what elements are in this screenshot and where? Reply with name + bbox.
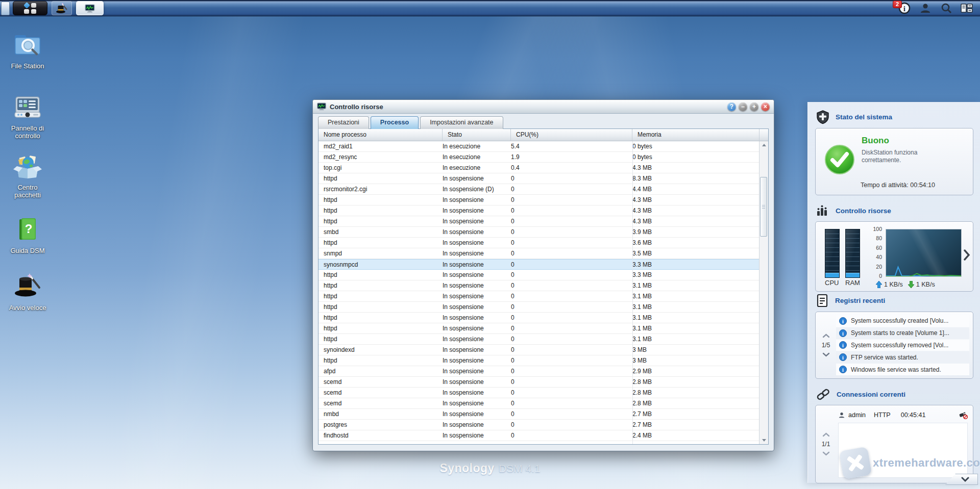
cell-c4: 2.8 MB (632, 388, 760, 398)
table-row[interactable]: postgresIn sospensione02.7 MB (318, 420, 760, 430)
cell-c3: 0 (511, 184, 632, 194)
cell-c3: 0.4 (511, 163, 632, 173)
table-row[interactable]: httpdIn sospensione03.1 MB (318, 334, 760, 345)
desktop-icon-quick-start[interactable]: Avvio veloce (4, 271, 51, 312)
table-row[interactable]: afpdIn sospensione02.9 MB (318, 366, 760, 377)
bar-chart-icon (816, 204, 829, 217)
table-row[interactable]: nmbdIn sospensione02.7 MB (318, 409, 760, 420)
table-row[interactable]: httpdIn sospensione03.1 MB (318, 291, 760, 302)
table-row[interactable]: scemdIn sospensione02.8 MB (318, 398, 760, 409)
column-header-cpu[interactable]: CPU(%) (511, 129, 632, 141)
table-row[interactable]: httpdIn sospensione04.3 MB (318, 216, 760, 227)
widget-resource-monitor: Controllo risorse CPU RAM 100806040200 1… (808, 200, 980, 292)
column-header-name[interactable]: Nome processo (318, 129, 443, 141)
column-header-state[interactable]: Stato (443, 129, 511, 141)
table-row[interactable]: httpdIn sospensione03.1 MB (318, 280, 760, 291)
desktop-icon-control-panel[interactable]: Pannello di controllo (4, 94, 51, 140)
table-row[interactable]: httpdIn sospensione03.6 MB (318, 238, 760, 248)
cell-c1: httpd (318, 334, 443, 344)
close-button[interactable]: × (761, 102, 770, 111)
disconnect-button[interactable] (959, 411, 968, 419)
table-row[interactable]: scemdIn sospensione02.8 MB (318, 377, 760, 388)
vertical-scrollbar[interactable] (759, 141, 768, 444)
scrollbar-thumb[interactable] (760, 177, 767, 237)
taskbar-quick-start-button[interactable] (52, 1, 72, 15)
cell-c3: 0 (511, 238, 632, 248)
cell-c1: httpd (318, 280, 443, 291)
tab-processo[interactable]: Processo (371, 116, 419, 129)
table-row[interactable]: md2_raid1In esecuzione5.40 bytes (318, 141, 760, 152)
table-row[interactable]: httpdIn sospensione04.3 MB (318, 195, 760, 205)
cell-c2: In sospensione (443, 248, 511, 259)
table-row[interactable]: httpdIn sospensione03.3 MB (318, 270, 760, 280)
log-entry[interactable]: iSystem successfully created [Volu... (836, 315, 969, 327)
table-row[interactable]: scemdIn sospensione02.8 MB (318, 388, 760, 398)
pilot-view-button[interactable] (960, 2, 974, 14)
cell-c4: 2.7 MB (632, 409, 760, 419)
desktop-icon-label: Avvio veloce (4, 304, 51, 312)
tab-impostazioni-avanzate[interactable]: Impostazioni avanzate (420, 116, 503, 129)
search-button[interactable] (939, 2, 953, 14)
cell-c1: httpd (318, 216, 443, 226)
cell-c3: 0 (511, 173, 632, 184)
show-desktop-button[interactable] (1, 2, 10, 15)
pager-up-button[interactable] (822, 333, 830, 338)
table-row[interactable]: httpdIn sospensione08.3 MB (318, 173, 760, 184)
table-row[interactable]: synosnmpcdIn sospensione03.3 MB (318, 259, 760, 270)
disconnect-plug-icon (959, 411, 968, 419)
main-menu-button[interactable] (13, 1, 47, 15)
column-header-memory[interactable]: Memoria (632, 129, 760, 141)
log-entry[interactable]: iWindows file service was started. (836, 364, 969, 375)
desktop-icon-dsm-help[interactable]: ? Guida DSM (4, 216, 51, 254)
tab-prestazioni[interactable]: Prestazioni (318, 116, 369, 129)
pager-down-button[interactable] (822, 451, 830, 456)
info-icon: i (839, 353, 847, 361)
desktop-icon-package-center[interactable]: Centro pacchetti (4, 153, 51, 199)
widgets-icon (960, 2, 973, 14)
desktop-icon-label: Centro pacchetti (4, 184, 51, 199)
pager-up-button[interactable] (822, 432, 830, 437)
cell-c1: httpd (318, 270, 443, 280)
table-row[interactable]: httpdIn sospensione03.1 MB (318, 313, 760, 323)
desktop-icon-label: Pannello di controllo (4, 124, 51, 140)
connection-row[interactable]: admin HTTP 00:45:41 (838, 409, 968, 421)
user-menu-button[interactable] (918, 2, 933, 14)
log-entry[interactable]: iSystem successfully removed [Vol... (836, 340, 969, 351)
ram-label: RAM (845, 279, 859, 287)
window-titlebar[interactable]: Controllo risorse ? – + × (313, 100, 774, 114)
taskbar-resource-monitor-button[interactable] (76, 1, 104, 15)
table-row[interactable]: top.cgiIn esecuzione0.44.3 MB (318, 163, 760, 173)
log-entry[interactable]: iFTP service was started. (836, 351, 969, 363)
cell-c4: 3.9 MB (632, 227, 760, 237)
cell-c4: 4.3 MB (632, 163, 760, 173)
table-row[interactable]: httpdIn sospensione03.1 MB (318, 323, 760, 334)
maximize-button[interactable]: + (750, 102, 758, 111)
table-row[interactable]: smbdIn sospensione03.9 MB (318, 227, 760, 238)
cell-c4: 2.7 MB (632, 420, 760, 430)
cell-c4: 3 MB (632, 355, 760, 366)
cell-c3: 0 (511, 334, 632, 344)
pager-down-button[interactable] (822, 352, 830, 357)
cell-c4: 3 MB (632, 345, 760, 355)
table-row[interactable]: httpdIn sospensione03.1 MB (318, 302, 760, 313)
table-row[interactable]: rsrcmonitor2.cgiIn sospensione (D)04.4 M… (318, 184, 760, 195)
scroll-down-button[interactable] (760, 436, 768, 444)
expand-chart-button[interactable] (963, 249, 970, 263)
desktop-icon-file-station[interactable]: File Station (4, 32, 51, 70)
tab-bar: Prestazioni Processo Impostazioni avanza… (318, 116, 503, 129)
cell-c3: 0 (511, 355, 632, 366)
help-button[interactable]: ? (727, 102, 736, 111)
file-station-icon (13, 32, 42, 58)
table-row[interactable]: findhostdIn sospensione02.4 MB (318, 430, 760, 441)
table-row[interactable]: synoindexdIn sospensione03 MB (318, 345, 760, 355)
cell-c3: 0 (511, 280, 632, 291)
cell-c3: 1.9 (511, 152, 632, 162)
minimize-button[interactable]: – (739, 102, 747, 111)
table-row[interactable]: httpdIn sospensione04.3 MB (318, 205, 760, 216)
scroll-up-button[interactable] (760, 141, 768, 149)
cell-c3: 0 (511, 216, 632, 226)
table-row[interactable]: md2_resyncIn esecuzione1.90 bytes (318, 152, 760, 163)
table-row[interactable]: snmpdIn sospensione03.5 MB (318, 248, 760, 259)
log-entry[interactable]: iSystem starts to create [Volume 1]... (836, 327, 969, 339)
table-row[interactable]: httpdIn sospensione03 MB (318, 355, 760, 366)
